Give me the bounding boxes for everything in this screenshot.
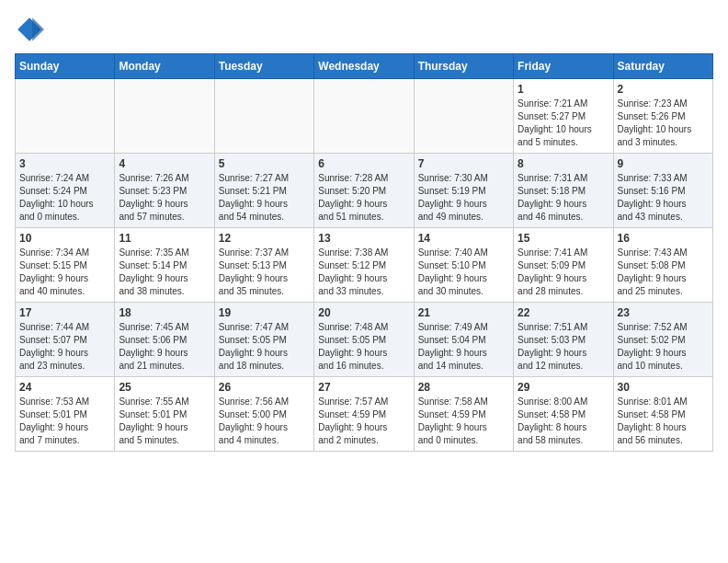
page-header xyxy=(15,15,713,44)
day-number: 7 xyxy=(418,157,509,170)
calendar-cell xyxy=(16,79,115,154)
weekday-header: Friday xyxy=(514,54,613,79)
calendar-cell: 21Sunrise: 7:49 AM Sunset: 5:04 PM Dayli… xyxy=(414,303,513,377)
calendar-cell: 11Sunrise: 7:35 AM Sunset: 5:14 PM Dayli… xyxy=(115,228,214,303)
day-number: 15 xyxy=(518,232,609,245)
day-number: 12 xyxy=(219,232,310,245)
calendar-cell: 6Sunrise: 7:28 AM Sunset: 5:20 PM Daylig… xyxy=(314,154,414,228)
day-number: 13 xyxy=(318,232,409,245)
day-info: Sunrise: 7:51 AM Sunset: 5:03 PM Dayligh… xyxy=(518,321,609,373)
day-number: 28 xyxy=(418,381,509,394)
day-number: 16 xyxy=(618,232,709,245)
calendar-cell: 22Sunrise: 7:51 AM Sunset: 5:03 PM Dayli… xyxy=(514,303,613,377)
calendar-cell xyxy=(115,79,214,154)
weekday-header: Monday xyxy=(115,54,214,79)
calendar-cell: 8Sunrise: 7:31 AM Sunset: 5:18 PM Daylig… xyxy=(514,154,613,228)
calendar-week-row: 24Sunrise: 7:53 AM Sunset: 5:01 PM Dayli… xyxy=(16,377,713,452)
calendar-cell: 27Sunrise: 7:57 AM Sunset: 4:59 PM Dayli… xyxy=(314,377,414,452)
day-info: Sunrise: 7:37 AM Sunset: 5:13 PM Dayligh… xyxy=(219,247,310,298)
svg-marker-1 xyxy=(32,17,44,41)
day-info: Sunrise: 7:28 AM Sunset: 5:20 PM Dayligh… xyxy=(318,172,409,224)
calendar-cell: 26Sunrise: 7:56 AM Sunset: 5:00 PM Dayli… xyxy=(214,377,313,452)
day-number: 9 xyxy=(618,157,709,170)
day-info: Sunrise: 7:24 AM Sunset: 5:24 PM Dayligh… xyxy=(19,172,110,224)
calendar-cell xyxy=(214,79,313,154)
calendar-cell: 9Sunrise: 7:33 AM Sunset: 5:16 PM Daylig… xyxy=(613,154,712,228)
day-info: Sunrise: 7:31 AM Sunset: 5:18 PM Dayligh… xyxy=(518,172,609,224)
calendar-cell: 1Sunrise: 7:21 AM Sunset: 5:27 PM Daylig… xyxy=(514,79,613,154)
calendar-cell: 3Sunrise: 7:24 AM Sunset: 5:24 PM Daylig… xyxy=(16,154,115,228)
day-info: Sunrise: 7:45 AM Sunset: 5:06 PM Dayligh… xyxy=(119,321,210,373)
day-number: 3 xyxy=(19,157,110,170)
day-number: 19 xyxy=(219,306,310,319)
day-number: 29 xyxy=(518,381,609,394)
day-info: Sunrise: 7:40 AM Sunset: 5:10 PM Dayligh… xyxy=(418,247,509,298)
day-number: 8 xyxy=(518,157,609,170)
day-info: Sunrise: 7:35 AM Sunset: 5:14 PM Dayligh… xyxy=(119,247,210,298)
day-info: Sunrise: 7:21 AM Sunset: 5:27 PM Dayligh… xyxy=(518,98,609,149)
calendar-cell: 24Sunrise: 7:53 AM Sunset: 5:01 PM Dayli… xyxy=(16,377,115,452)
day-number: 17 xyxy=(19,306,110,319)
day-info: Sunrise: 7:52 AM Sunset: 5:02 PM Dayligh… xyxy=(618,321,709,373)
day-info: Sunrise: 8:00 AM Sunset: 4:58 PM Dayligh… xyxy=(518,396,609,447)
day-number: 30 xyxy=(618,381,709,394)
day-number: 14 xyxy=(418,232,509,245)
day-info: Sunrise: 7:55 AM Sunset: 5:01 PM Dayligh… xyxy=(119,396,210,447)
day-info: Sunrise: 7:26 AM Sunset: 5:23 PM Dayligh… xyxy=(119,172,210,224)
calendar-cell: 13Sunrise: 7:38 AM Sunset: 5:12 PM Dayli… xyxy=(314,228,414,303)
logo-icon xyxy=(15,15,44,44)
calendar-week-row: 3Sunrise: 7:24 AM Sunset: 5:24 PM Daylig… xyxy=(16,154,713,228)
weekday-header: Thursday xyxy=(414,54,513,79)
day-number: 2 xyxy=(618,83,709,96)
calendar-cell: 5Sunrise: 7:27 AM Sunset: 5:21 PM Daylig… xyxy=(214,154,313,228)
day-info: Sunrise: 7:47 AM Sunset: 5:05 PM Dayligh… xyxy=(219,321,310,373)
day-number: 25 xyxy=(119,381,210,394)
calendar-cell: 25Sunrise: 7:55 AM Sunset: 5:01 PM Dayli… xyxy=(115,377,214,452)
day-info: Sunrise: 7:38 AM Sunset: 5:12 PM Dayligh… xyxy=(318,247,409,298)
day-number: 23 xyxy=(618,306,709,319)
day-info: Sunrise: 7:43 AM Sunset: 5:08 PM Dayligh… xyxy=(618,247,709,298)
weekday-header: Sunday xyxy=(16,54,115,79)
day-number: 18 xyxy=(119,306,210,319)
day-info: Sunrise: 7:56 AM Sunset: 5:00 PM Dayligh… xyxy=(219,396,310,447)
day-info: Sunrise: 7:23 AM Sunset: 5:26 PM Dayligh… xyxy=(618,98,709,149)
calendar-cell: 14Sunrise: 7:40 AM Sunset: 5:10 PM Dayli… xyxy=(414,228,513,303)
day-info: Sunrise: 7:57 AM Sunset: 4:59 PM Dayligh… xyxy=(318,396,409,447)
calendar-cell: 2Sunrise: 7:23 AM Sunset: 5:26 PM Daylig… xyxy=(613,79,712,154)
calendar-cell: 15Sunrise: 7:41 AM Sunset: 5:09 PM Dayli… xyxy=(514,228,613,303)
calendar-cell: 19Sunrise: 7:47 AM Sunset: 5:05 PM Dayli… xyxy=(214,303,313,377)
logo xyxy=(15,15,48,44)
calendar-cell xyxy=(314,79,414,154)
day-info: Sunrise: 7:48 AM Sunset: 5:05 PM Dayligh… xyxy=(318,321,409,373)
day-number: 22 xyxy=(518,306,609,319)
calendar-week-row: 10Sunrise: 7:34 AM Sunset: 5:15 PM Dayli… xyxy=(16,228,713,303)
day-info: Sunrise: 7:53 AM Sunset: 5:01 PM Dayligh… xyxy=(19,396,110,447)
day-info: Sunrise: 7:41 AM Sunset: 5:09 PM Dayligh… xyxy=(518,247,609,298)
day-number: 1 xyxy=(518,83,609,96)
day-number: 10 xyxy=(19,232,110,245)
calendar-cell: 17Sunrise: 7:44 AM Sunset: 5:07 PM Dayli… xyxy=(16,303,115,377)
day-number: 5 xyxy=(219,157,310,170)
day-number: 21 xyxy=(418,306,509,319)
calendar-cell: 18Sunrise: 7:45 AM Sunset: 5:06 PM Dayli… xyxy=(115,303,214,377)
calendar-cell xyxy=(414,79,513,154)
day-info: Sunrise: 8:01 AM Sunset: 4:58 PM Dayligh… xyxy=(618,396,709,447)
day-info: Sunrise: 7:44 AM Sunset: 5:07 PM Dayligh… xyxy=(19,321,110,373)
calendar-cell: 28Sunrise: 7:58 AM Sunset: 4:59 PM Dayli… xyxy=(414,377,513,452)
day-info: Sunrise: 7:49 AM Sunset: 5:04 PM Dayligh… xyxy=(418,321,509,373)
day-number: 11 xyxy=(119,232,210,245)
calendar-cell: 12Sunrise: 7:37 AM Sunset: 5:13 PM Dayli… xyxy=(214,228,313,303)
calendar-cell: 4Sunrise: 7:26 AM Sunset: 5:23 PM Daylig… xyxy=(115,154,214,228)
day-number: 27 xyxy=(318,381,409,394)
day-number: 4 xyxy=(119,157,210,170)
weekday-header: Wednesday xyxy=(314,54,414,79)
weekday-header: Tuesday xyxy=(214,54,313,79)
day-info: Sunrise: 7:34 AM Sunset: 5:15 PM Dayligh… xyxy=(19,247,110,298)
day-number: 6 xyxy=(318,157,409,170)
calendar-cell: 29Sunrise: 8:00 AM Sunset: 4:58 PM Dayli… xyxy=(514,377,613,452)
calendar-cell: 23Sunrise: 7:52 AM Sunset: 5:02 PM Dayli… xyxy=(613,303,712,377)
day-info: Sunrise: 7:58 AM Sunset: 4:59 PM Dayligh… xyxy=(418,396,509,447)
day-number: 24 xyxy=(19,381,110,394)
day-info: Sunrise: 7:30 AM Sunset: 5:19 PM Dayligh… xyxy=(418,172,509,224)
day-info: Sunrise: 7:27 AM Sunset: 5:21 PM Dayligh… xyxy=(219,172,310,224)
